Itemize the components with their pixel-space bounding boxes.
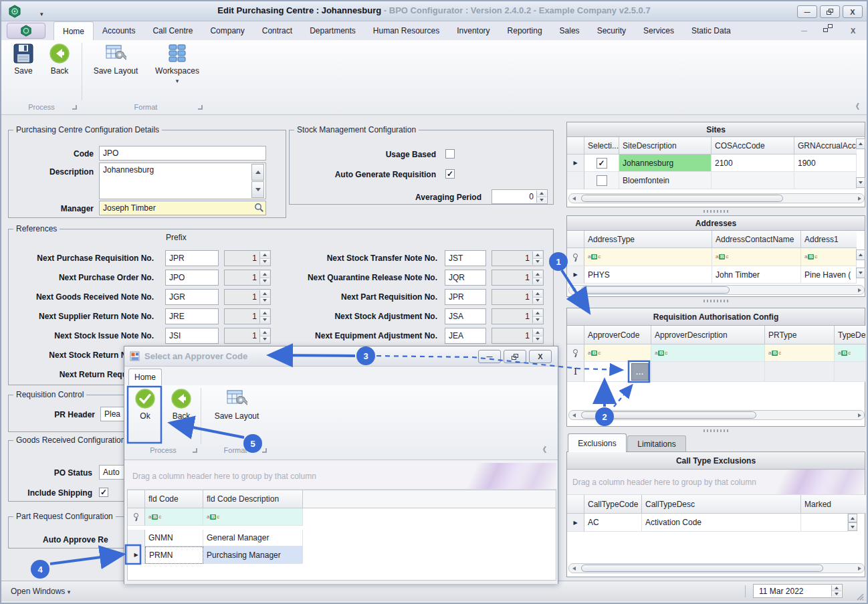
next-equipment-adjustment-prefix[interactable]: JEA bbox=[445, 328, 486, 344]
scroll-left-icon[interactable] bbox=[569, 564, 578, 573]
description-scroll-down[interactable] bbox=[251, 181, 264, 198]
tab-security[interactable]: Security bbox=[588, 21, 635, 40]
exclusions-row1-desc[interactable]: Activation Code bbox=[642, 514, 801, 532]
sites-scroll-down[interactable] bbox=[856, 177, 865, 188]
req-auth-col-typedesc[interactable]: TypeDes bbox=[835, 326, 866, 344]
dialog-close-button[interactable] bbox=[529, 350, 552, 363]
req-auth-col-approvercode[interactable]: ApproverCode bbox=[584, 326, 651, 344]
exclusions-col-marked[interactable]: Marked bbox=[801, 495, 866, 514]
format-group-corner-icon[interactable] bbox=[198, 105, 203, 110]
splitter-handle[interactable] bbox=[566, 209, 865, 214]
sites-col-cosacccode[interactable]: COSAccCode bbox=[712, 137, 794, 155]
req-auth-hscrollbar[interactable] bbox=[568, 410, 865, 420]
next-equipment-adjustment-number[interactable]: 1 bbox=[492, 328, 544, 344]
sites-scroll-up[interactable] bbox=[856, 138, 865, 149]
minimize-button[interactable] bbox=[797, 5, 817, 18]
tab-contract[interactable]: Contract bbox=[253, 21, 301, 40]
dialog-tab-home[interactable]: Home bbox=[128, 369, 162, 385]
tab-static-data[interactable]: Static Data bbox=[683, 21, 740, 40]
req-auth-col-prtype[interactable]: PRType bbox=[765, 326, 835, 344]
dialog-back-button[interactable]: Back bbox=[166, 388, 197, 421]
dialog-save-layout-button[interactable]: Save Layout bbox=[206, 388, 267, 421]
sites-row2-grn[interactable] bbox=[794, 172, 857, 189]
process-group-corner-icon[interactable] bbox=[72, 105, 77, 110]
next-purchase-order-number[interactable]: 1 bbox=[224, 270, 271, 286]
maximize-button[interactable] bbox=[820, 5, 840, 18]
exclusions-hscrollbar[interactable] bbox=[568, 563, 865, 573]
req-auth-new-approverdescription-cell[interactable] bbox=[651, 362, 765, 382]
sites-row1-description[interactable]: Johannesburg bbox=[619, 155, 712, 172]
dialog-group-by-panel[interactable]: Drag a column header here to group by th… bbox=[127, 463, 556, 490]
auto-generate-requisition-checkbox[interactable]: ✓ bbox=[445, 169, 455, 179]
sites-row1-selected-cell[interactable]: ✓ bbox=[584, 155, 619, 172]
exclusions-col-calltypedesc[interactable]: CallTypeDesc bbox=[642, 495, 801, 514]
tab-inventory[interactable]: Inventory bbox=[448, 21, 498, 40]
tab-limitations[interactable]: Limitations bbox=[627, 435, 686, 452]
addresses-hscrollbar[interactable] bbox=[568, 285, 865, 295]
next-purchase-requisition-number[interactable]: 1 bbox=[224, 250, 271, 266]
exclusions-scroll-up[interactable] bbox=[848, 514, 857, 522]
spinner-buttons[interactable] bbox=[536, 191, 546, 203]
splitter-handle[interactable] bbox=[566, 428, 865, 433]
group-by-panel[interactable]: Drag a column header here to group by th… bbox=[567, 470, 865, 495]
tab-sales[interactable]: Sales bbox=[551, 21, 588, 40]
search-icon[interactable] bbox=[254, 203, 264, 213]
scroll-right-icon[interactable] bbox=[855, 411, 864, 419]
ribbon-close-icon[interactable]: X bbox=[851, 27, 855, 35]
dialog-ok-button[interactable]: Ok bbox=[130, 388, 160, 421]
scroll-thumb[interactable] bbox=[581, 195, 783, 202]
site-selected-checkbox[interactable]: ✓ bbox=[596, 158, 607, 169]
next-goods-received-number[interactable]: 1 bbox=[224, 289, 271, 305]
addresses-col-type[interactable]: AddressType bbox=[584, 231, 712, 248]
scroll-right-icon[interactable] bbox=[855, 564, 864, 573]
tab-reporting[interactable]: Reporting bbox=[499, 21, 551, 40]
dialog-row1-desc[interactable]: General Manager bbox=[203, 530, 303, 546]
next-quarantine-release-prefix[interactable]: JQR bbox=[445, 270, 486, 286]
include-shipping-checkbox[interactable]: ✓ bbox=[99, 488, 108, 497]
tab-services[interactable]: Services bbox=[635, 21, 683, 40]
tab-departments[interactable]: Departments bbox=[301, 21, 364, 40]
addresses-filter-contact[interactable] bbox=[712, 248, 801, 266]
next-stock-adjustment-prefix[interactable]: JSA bbox=[445, 308, 486, 324]
next-supplier-return-prefix[interactable]: JRE bbox=[165, 308, 219, 324]
req-auth-new-typedesc-cell[interactable] bbox=[835, 362, 866, 382]
back-button[interactable]: Back bbox=[44, 43, 75, 76]
scroll-thumb[interactable] bbox=[581, 286, 730, 294]
next-part-requisition-number[interactable]: 1 bbox=[492, 289, 544, 305]
approver-lookup-ellipsis-button[interactable]: ... bbox=[631, 363, 649, 381]
scroll-left-icon[interactable] bbox=[569, 286, 578, 294]
dialog-filter-fldcode[interactable] bbox=[145, 508, 203, 526]
tab-home[interactable]: Home bbox=[53, 21, 94, 40]
addresses-scroll-up[interactable] bbox=[856, 249, 865, 260]
next-stock-issue-prefix[interactable]: JSI bbox=[165, 328, 219, 344]
dialog-row2-code[interactable]: PRMN bbox=[145, 546, 203, 564]
next-stock-adjustment-number[interactable]: 1 bbox=[492, 308, 544, 324]
next-supplier-return-number[interactable]: 1 bbox=[224, 308, 271, 324]
req-auth-filter-prtype[interactable] bbox=[765, 344, 835, 362]
req-auth-filter-approvercode[interactable] bbox=[584, 344, 651, 362]
workspaces-button[interactable]: Workspaces bbox=[148, 43, 206, 85]
format-group-corner-icon[interactable] bbox=[262, 448, 267, 453]
sites-row1-cos[interactable]: 2100 bbox=[712, 155, 794, 172]
open-windows-button[interactable]: Open Windows bbox=[11, 587, 70, 596]
tab-human-resources[interactable]: Human Resources bbox=[364, 21, 448, 40]
ribbon-minimize-icon[interactable] bbox=[801, 27, 807, 34]
exclusions-row1-code[interactable]: AC bbox=[584, 514, 642, 532]
scroll-left-icon[interactable] bbox=[569, 411, 578, 419]
save-button[interactable]: Save bbox=[8, 43, 39, 76]
sites-hscrollbar[interactable] bbox=[568, 193, 865, 203]
dialog-col-fldcode[interactable]: fld Code bbox=[145, 490, 203, 508]
addresses-row1-contact[interactable]: John Timber bbox=[712, 266, 801, 284]
next-part-requisition-prefix[interactable]: JPR bbox=[445, 289, 486, 305]
next-purchase-requisition-prefix[interactable]: JPR bbox=[165, 250, 219, 266]
scroll-left-icon[interactable] bbox=[569, 194, 578, 203]
sites-row2-description[interactable]: Bloemfontein bbox=[619, 172, 712, 189]
sites-row2-selected-cell[interactable] bbox=[584, 172, 619, 189]
dialog-filter-fldcodedescription[interactable] bbox=[203, 508, 303, 526]
addresses-col-address1[interactable]: Address1 bbox=[801, 231, 857, 248]
process-group-corner-icon[interactable] bbox=[193, 448, 197, 453]
exclusions-scroll-down[interactable] bbox=[848, 522, 857, 531]
averaging-period-field[interactable]: 0 bbox=[492, 189, 548, 204]
tab-accounts[interactable]: Accounts bbox=[94, 21, 144, 40]
addresses-filter-type[interactable] bbox=[584, 248, 712, 266]
